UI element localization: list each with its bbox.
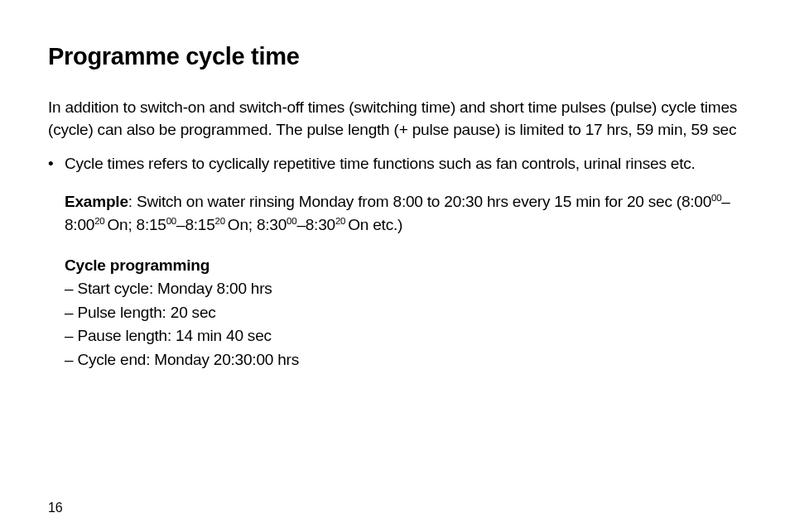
example-text-6: –8:30: [296, 216, 335, 233]
example-sup-2: 20: [94, 216, 107, 226]
example-sup-4: 20: [215, 216, 228, 226]
cycle-line-1: – Start cycle: Monday 8:00 hrs: [65, 280, 272, 297]
cycle-line-4: – Cycle end: Monday 20:30:00 hrs: [65, 351, 299, 368]
example-text-5: On; 8:30: [228, 216, 287, 233]
example-text-3: On; 8:15: [107, 216, 166, 233]
bullet-item-1: Cycle times refers to cyclically repetit…: [48, 153, 742, 175]
cycle-line-2: – Pulse length: 20 sec: [65, 304, 216, 321]
example-sup-3: 00: [166, 216, 176, 226]
example-sup-5: 00: [287, 216, 296, 226]
page-number: 16: [48, 501, 62, 515]
example-text-4: –8:15: [176, 216, 215, 233]
cycle-line-3: – Pause length: 14 min 40 sec: [65, 327, 272, 344]
page-title: Programme cycle time: [48, 43, 742, 70]
example-text-1: : Switch on water rinsing Monday from 8:…: [128, 193, 711, 210]
cycle-heading: Cycle programming: [65, 256, 210, 274]
cycle-programming-block: Cycle programming – Start cycle: Monday …: [48, 254, 742, 372]
example-text-7: On etc.): [348, 216, 402, 233]
example-paragraph: Example: Switch on water rinsing Monday …: [48, 190, 742, 237]
intro-paragraph: In addition to switch-on and switch-off …: [48, 97, 742, 141]
example-sup-6: 20: [335, 216, 348, 226]
example-sup-1: 00: [711, 193, 721, 203]
bullet-list: Cycle times refers to cyclically repetit…: [48, 153, 742, 175]
example-label: Example: [65, 193, 128, 210]
